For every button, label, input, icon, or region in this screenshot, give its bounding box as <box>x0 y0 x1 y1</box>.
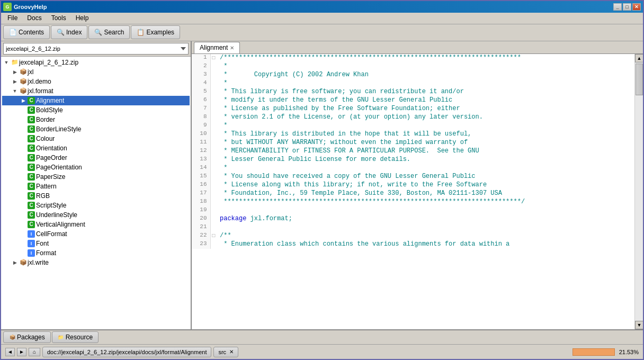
toggle-orientation[interactable] <box>19 144 28 152</box>
tree-node-borderlinestyle[interactable]: C BorderLineStyle <box>2 124 190 134</box>
tree-node-jxl[interactable]: ▶ 📦 jxl <box>2 67 190 77</box>
package-icon-jxl: 📦 <box>19 68 28 76</box>
tree-node-pattern[interactable]: C Pattern <box>2 182 190 191</box>
path-tab[interactable]: doc://jexcelapi_2_6_12.zip/jexcelapi/doc… <box>42 347 211 357</box>
scroll-thumb[interactable] <box>636 64 643 95</box>
tree-node-jxl-write[interactable]: ▶ 📦 jxl.write <box>2 258 190 267</box>
class-icon-border: C <box>28 116 35 123</box>
class-icon-colour: C <box>28 135 35 142</box>
menu-tools[interactable]: Tools <box>47 13 70 23</box>
code-line-23: 23 * Enumeration class which contains th… <box>192 240 634 249</box>
toggle-jxl[interactable]: ▶ <box>11 68 19 76</box>
tree-node-underlinestyle[interactable]: C UnderlineStyle <box>2 210 190 220</box>
tree-node-colour[interactable]: C Colour <box>2 134 190 143</box>
menu-file[interactable]: File <box>3 13 22 23</box>
node-label-pageorientation: PageOrientation <box>36 164 82 171</box>
scroll-track[interactable] <box>635 62 643 321</box>
nav-home-button[interactable]: ⌂ <box>29 348 40 356</box>
line-fold-1[interactable]: □ <box>210 54 217 62</box>
class-icon-papersize: C <box>28 173 35 181</box>
tree-node-rgb[interactable]: C RGB <box>2 191 190 201</box>
tree-node-jxl-format[interactable]: ▼ 📦 jxl.format <box>2 86 190 96</box>
toggle-border[interactable] <box>19 115 28 124</box>
path-text: doc://jexcelapi_2_6_12.zip/jexcelapi/doc… <box>47 349 207 355</box>
toggle-root[interactable]: ▼ <box>2 58 11 67</box>
toggle-rgb[interactable] <box>19 192 28 200</box>
src-tab[interactable]: src ✕ <box>213 347 238 357</box>
scroll-up-button[interactable]: ▲ <box>635 54 643 62</box>
zip-selector[interactable]: jexcelapi_2_6_12.zip <box>3 43 189 55</box>
tree-node-jxl-demo[interactable]: ▶ 📦 jxl.demo <box>2 77 190 86</box>
line-code-21 <box>217 223 634 232</box>
line-num-4: 4 <box>192 79 210 88</box>
tree-node-root[interactable]: ▼ 📁 jexcelapi_2_6_12.zip <box>2 58 190 67</box>
code-area[interactable]: 1 □ /***********************************… <box>192 54 634 330</box>
menu-help[interactable]: Help <box>71 13 93 23</box>
line-fold-2 <box>210 62 217 71</box>
toggle-papersize[interactable] <box>19 173 28 181</box>
node-label-borderlinestyle: BorderLineStyle <box>36 125 81 133</box>
alignment-tab[interactable]: Alignment ✕ <box>194 42 240 53</box>
tree-node-pageorientation[interactable]: C PageOrientation <box>2 163 190 172</box>
nav-back-button[interactable]: ◄ <box>5 348 15 356</box>
toggle-cellformat[interactable] <box>19 230 28 238</box>
src-close-icon[interactable]: ✕ <box>229 349 234 355</box>
tree-node-cellformat[interactable]: I CellFormat <box>2 229 190 239</box>
class-icon-borderlinestyle: C <box>28 125 35 133</box>
line-code-16: * License along with this library; if no… <box>217 181 634 190</box>
line-fold-22[interactable]: □ <box>210 232 217 240</box>
scroll-down-button[interactable]: ▼ <box>635 321 643 329</box>
vertical-scrollbar[interactable]: ▲ ▼ <box>634 54 643 330</box>
tree-node-font[interactable]: I Font <box>2 239 190 248</box>
menu-docs[interactable]: Docs <box>23 13 46 23</box>
contents-button[interactable]: 📄 Contents <box>3 25 50 39</box>
tree-node-border[interactable]: C Border <box>2 115 190 124</box>
tree-container[interactable]: ▼ 📁 jexcelapi_2_6_12.zip ▶ 📦 jxl ▶ 📦 jxl… <box>1 57 191 330</box>
toggle-borderlinestyle[interactable] <box>19 125 28 133</box>
toggle-pageorientation[interactable] <box>19 163 28 172</box>
toggle-pageorder[interactable] <box>19 154 28 162</box>
toggle-verticalalignment[interactable] <box>19 220 28 229</box>
examples-button[interactable]: 📋 Examples <box>131 25 180 39</box>
toggle-pattern[interactable] <box>19 182 28 191</box>
close-button[interactable]: ✕ <box>632 3 641 11</box>
tree-node-scriptstyle[interactable]: C ScriptStyle <box>2 201 190 210</box>
toggle-scriptstyle[interactable] <box>19 201 28 210</box>
packages-tab[interactable]: 📦 Packages <box>3 331 51 343</box>
class-icon-rgb: C <box>28 192 35 200</box>
tree-node-format[interactable]: I Format <box>2 248 190 258</box>
minimize-button[interactable]: _ <box>613 3 622 11</box>
tree-node-boldstyle[interactable]: C BoldStyle <box>2 105 190 115</box>
node-label-pattern: Pattern <box>36 183 57 190</box>
line-fold-19 <box>210 206 217 215</box>
toggle-jxl-write[interactable]: ▶ <box>11 258 19 267</box>
search-button[interactable]: 🔍 Search <box>88 25 130 39</box>
tree-node-papersize[interactable]: C PaperSize <box>2 172 190 182</box>
node-label-underlinestyle: UnderlineStyle <box>36 211 77 219</box>
code-line-5: 5 * This library is free software; you c… <box>192 88 634 96</box>
line-code-3: * Copyright (C) 2002 Andrew Khan <box>217 71 634 79</box>
tree-node-alignment[interactable]: ▶ C Alignment <box>2 96 190 105</box>
line-num-18: 18 <box>192 198 210 206</box>
package-icon-jxl-format: 📦 <box>19 87 28 95</box>
toggle-boldstyle[interactable] <box>19 106 28 114</box>
code-line-17: 17 * Foundation, Inc., 59 Temple Place, … <box>192 190 634 198</box>
toggle-underlinestyle[interactable] <box>19 211 28 219</box>
tree-node-orientation[interactable]: C Orientation <box>2 143 190 153</box>
resource-tab[interactable]: 📁 Resource <box>52 331 99 343</box>
tree-node-pageorder[interactable]: C PageOrder <box>2 153 190 163</box>
toggle-alignment[interactable]: ▶ <box>19 96 28 105</box>
class-icon-scriptstyle: C <box>28 202 35 209</box>
line-code-17: * Foundation, Inc., 59 Temple Place, Sui… <box>217 190 634 198</box>
toggle-jxl-format[interactable]: ▼ <box>11 87 19 95</box>
line-code-20: package jxl.format; <box>217 215 634 223</box>
toggle-font[interactable] <box>19 239 28 248</box>
maximize-button[interactable]: □ <box>623 3 631 11</box>
toggle-format[interactable] <box>19 249 28 257</box>
toggle-jxl-demo[interactable]: ▶ <box>11 77 19 86</box>
toggle-colour[interactable] <box>19 134 28 143</box>
tab-close-alignment[interactable]: ✕ <box>230 45 234 51</box>
tree-node-verticalalignment[interactable]: C VerticalAlignment <box>2 220 190 229</box>
index-button[interactable]: 🔍 Index <box>51 25 87 39</box>
nav-forward-button[interactable]: ► <box>17 348 26 356</box>
